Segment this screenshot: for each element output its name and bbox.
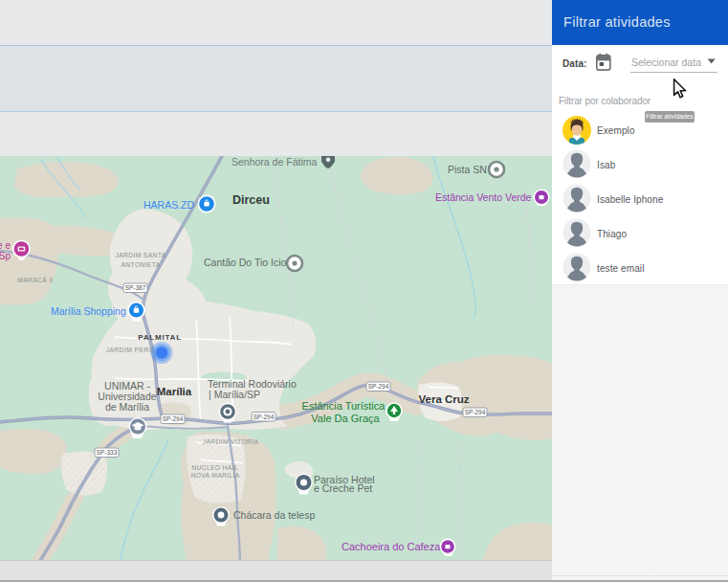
svg-text:JARDIM PERO: JARDIM PERO [106,347,155,353]
svg-text:Marília: Marília [157,386,192,397]
svg-text:Estância Vento Verde: Estância Vento Verde [435,191,532,203]
svg-text:JARDIM SANTA: JARDIM SANTA [116,252,166,258]
svg-text:Vale Da Graça: Vale Da Graça [311,413,380,424]
svg-text:Cachoeira do Cafezal: Cachoeira do Cafezal [342,541,443,552]
svg-text:de Marília: de Marília [105,401,149,413]
svg-text:HARAS.ZD: HARAS.ZD [143,199,195,211]
svg-text:Estância Turística: Estância Turística [302,400,386,412]
svg-text:Cantão Do Tio Icio: Cantão Do Tio Icio [204,257,287,268]
svg-text:MARACÁ II: MARACÁ II [17,276,53,283]
svg-text:SP-294: SP-294 [254,414,275,420]
svg-text:JARDIM VITORIA: JARDIM VITORIA [203,438,259,445]
svg-text:PALMITAL: PALMITAL [138,333,182,342]
svg-text:Chácara da telesp: Chácara da telesp [233,509,315,521]
svg-text:Vera Cruz: Vera Cruz [418,393,469,405]
svg-text:| Marília/SP: | Marília/SP [209,389,260,400]
svg-text:e e: e e [0,240,11,251]
svg-text:SP-387: SP-387 [125,284,146,291]
svg-text:NUCLEO HAB.: NUCLEO HAB. [191,464,238,471]
svg-text:SP-294: SP-294 [465,409,486,415]
svg-text:SP-333: SP-333 [97,449,118,456]
svg-text:e Creche Pet: e Creche Pet [314,482,372,494]
svg-text:Marília Shopping: Marília Shopping [51,305,126,317]
svg-text:ANTONIETA: ANTONIETA [121,261,161,268]
svg-text:Dirceu: Dirceu [232,193,270,207]
svg-text:SP-294: SP-294 [163,415,184,422]
svg-text:Sp: Sp [0,251,11,261]
svg-text:Pista SN: Pista SN [448,164,487,175]
svg-text:NOVA MARILIA: NOVA MARILIA [190,472,239,479]
svg-text:SP-294: SP-294 [368,383,389,390]
svg-text:Senhora de Fátima: Senhora de Fátima [232,156,317,168]
